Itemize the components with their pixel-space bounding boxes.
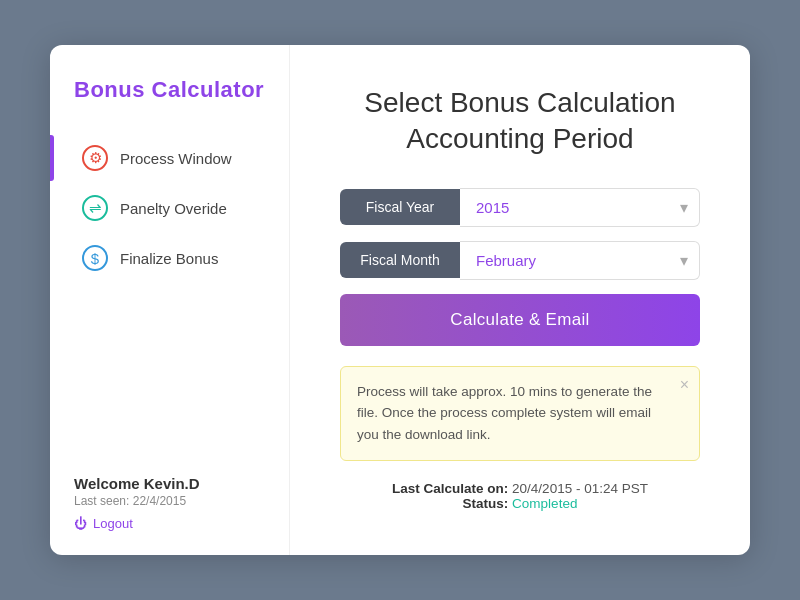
- logout-icon: ⏻: [74, 516, 87, 531]
- last-calc-section: Last Calculate on: 20/4/2015 - 01:24 PST…: [392, 481, 648, 511]
- sidebar: Bonus Calculator ⚙ Process Window ⇌ Pane…: [50, 45, 290, 555]
- info-box-close-button[interactable]: ×: [680, 377, 689, 393]
- penalty-override-icon: ⇌: [82, 195, 108, 221]
- nav-label-penalty-override: Panelty Overide: [120, 200, 227, 217]
- sidebar-footer: Welcome Kevin.D Last seen: 22/4/2015 ⏻ L…: [74, 455, 265, 531]
- fiscal-month-select[interactable]: January February March April May June Ju…: [460, 241, 700, 280]
- status-label: Status:: [463, 496, 509, 511]
- fiscal-year-select-wrapper: 2013 2014 2015 2016: [460, 188, 700, 227]
- calculate-email-button[interactable]: Calculate & Email: [340, 294, 700, 346]
- fiscal-year-row: Fiscal Year 2013 2014 2015 2016: [340, 188, 700, 227]
- nav-item-penalty-override[interactable]: ⇌ Panelty Overide: [74, 185, 265, 231]
- logo-rest: Calculator: [145, 77, 264, 102]
- logo-bold: Bonus: [74, 77, 145, 102]
- last-calc-prefix: Last Calculate on:: [392, 481, 508, 496]
- logout-label: Logout: [93, 516, 133, 531]
- info-box: Process will take approx. 10 mins to gen…: [340, 366, 700, 461]
- finalize-bonus-icon: $: [82, 245, 108, 271]
- page-title: Select Bonus CalculationAccounting Perio…: [364, 85, 675, 158]
- nav-item-process-window[interactable]: ⚙ Process Window: [74, 135, 265, 181]
- last-calc-date: 20/4/2015 - 01:24 PST: [512, 481, 648, 496]
- fiscal-month-row: Fiscal Month January February March Apri…: [340, 241, 700, 280]
- status-value: Completed: [512, 496, 577, 511]
- nav-label-finalize-bonus: Finalize Bonus: [120, 250, 218, 267]
- process-window-icon: ⚙: [82, 145, 108, 171]
- last-seen-text: Last seen: 22/4/2015: [74, 494, 265, 508]
- main-card: Bonus Calculator ⚙ Process Window ⇌ Pane…: [50, 45, 750, 555]
- logout-button[interactable]: ⏻ Logout: [74, 516, 133, 531]
- info-box-text: Process will take approx. 10 mins to gen…: [357, 384, 652, 442]
- fiscal-year-select[interactable]: 2013 2014 2015 2016: [460, 188, 700, 227]
- fiscal-month-select-wrapper: January February March April May June Ju…: [460, 241, 700, 280]
- nav-item-finalize-bonus[interactable]: $ Finalize Bonus: [74, 235, 265, 281]
- main-content: Select Bonus CalculationAccounting Perio…: [290, 45, 750, 555]
- app-logo: Bonus Calculator: [74, 77, 265, 103]
- nav-label-process-window: Process Window: [120, 150, 232, 167]
- fiscal-month-label: Fiscal Month: [340, 242, 460, 278]
- fiscal-year-label: Fiscal Year: [340, 189, 460, 225]
- welcome-text: Welcome Kevin.D: [74, 475, 265, 492]
